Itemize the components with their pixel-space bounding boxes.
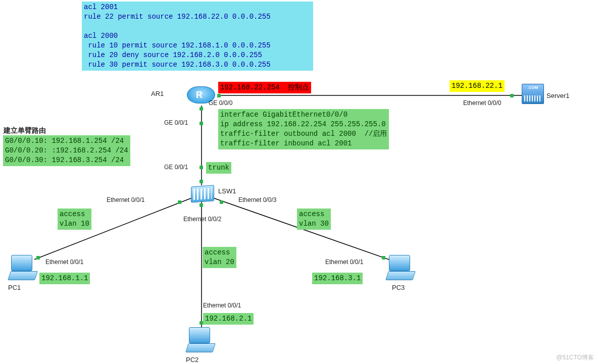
link-dot — [200, 166, 203, 169]
link-dot — [200, 122, 203, 125]
lsw1-e003-port: Ethernet 0/0/3 — [238, 196, 276, 203]
ar1-ge000-port: GE 0/0/0 — [209, 99, 232, 107]
subif-config-block: G0/0/0.10: 192.168.1.254 /24 G0/0/0.20: … — [3, 135, 130, 166]
link-dot — [36, 256, 40, 259]
interface-config-block: interface GigabitEthernet0/0/0 ip addres… — [218, 109, 389, 149]
link-dot — [382, 256, 385, 259]
acl-config-block: acl 2001 rule 22 permit source 192.168.2… — [82, 2, 313, 71]
topology-canvas: acl 2001 rule 22 permit source 192.168.2… — [0, 0, 598, 364]
pc2-icon[interactable] — [187, 327, 215, 354]
subif-title: 建立单臂路由 — [4, 126, 46, 135]
lsw1-label: LSW1 — [218, 187, 236, 195]
access-vlan30-label: access vlan 30 — [297, 209, 331, 230]
link-dot — [200, 180, 203, 183]
pc2-label: PC2 — [186, 356, 198, 363]
link-dot — [200, 203, 203, 207]
pc1-label: PC1 — [8, 284, 21, 291]
link-dot — [220, 200, 223, 204]
switch-icon[interactable] — [191, 185, 214, 202]
lsw1-ge001-port: GE 0/0/1 — [164, 164, 188, 171]
server-e000-port: Ethernet 0/0/0 — [463, 99, 501, 107]
pc3-label: PC3 — [392, 284, 405, 291]
ar1-ge001-port: GE 0/0/1 — [164, 119, 188, 126]
pc1-ip-label: 192.168.1.1 — [39, 273, 90, 284]
lsw1-e001-port: Ethernet 0/0/1 — [107, 196, 144, 203]
server-ip-label: 192.168.22.1 — [450, 80, 505, 92]
link-dot — [200, 107, 203, 111]
link-dot — [178, 200, 181, 204]
control-point-label: 192.168.22.254 控制点 — [218, 82, 311, 93]
access-vlan10-label: access vlan 10 — [58, 209, 91, 230]
pc3-ip-label: 192.168.3.1 — [312, 273, 363, 284]
pc3-e001-port: Ethernet 0/0/1 — [325, 258, 363, 266]
pc1-e001-port: Ethernet 0/0/1 — [45, 258, 83, 266]
server-icon[interactable] — [522, 84, 544, 104]
trunk-label: trunk — [206, 162, 231, 174]
pc1-icon[interactable] — [9, 255, 37, 282]
watermark: @51CTO博客 — [556, 353, 594, 362]
access-vlan20-label: access vlan 20 — [203, 247, 236, 268]
lsw1-e002-port: Ethernet 0/0/2 — [183, 216, 221, 223]
pc2-e001-port: Ethernet 0/0/1 — [203, 302, 241, 309]
server1-label: Server1 — [546, 92, 570, 99]
pc3-icon[interactable] — [387, 255, 415, 282]
pc2-ip-label: 192.168.2.1 — [203, 313, 254, 325]
ar1-label: AR1 — [151, 90, 164, 97]
link-dot — [217, 94, 221, 97]
link-dot — [510, 94, 514, 97]
link-dot — [200, 321, 203, 325]
